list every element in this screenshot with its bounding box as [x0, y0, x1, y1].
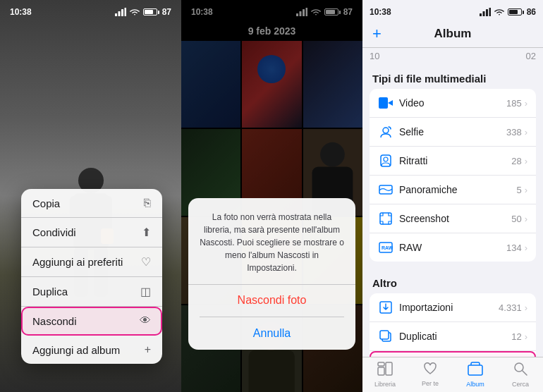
album-row-selfie[interactable]: Selfie 338 ›: [370, 118, 536, 147]
hide-photo-button[interactable]: Nascondi foto: [200, 284, 344, 317]
svg-text:RAW: RAW: [382, 245, 393, 250]
album-row-ritratti[interactable]: Ritratti 28 ›: [370, 147, 536, 176]
svg-rect-44: [468, 365, 482, 375]
time-1: 10:38: [10, 7, 32, 17]
album-name-ritratti: Ritratti: [399, 155, 511, 166]
heart-icon: ♡: [141, 255, 151, 269]
svg-point-45: [515, 363, 523, 372]
share-icon: ⬆: [142, 226, 151, 239]
svg-rect-43: [378, 362, 384, 366]
battery-icon-1: [143, 8, 159, 16]
menu-item-duplica[interactable]: Duplica ◫: [21, 277, 162, 307]
svg-point-31: [384, 157, 388, 161]
album-row-raw[interactable]: RAW RAW 134 ›: [370, 233, 536, 262]
cancel-button[interactable]: Annulla: [200, 317, 344, 350]
tab-cerca[interactable]: Cerca: [498, 362, 543, 388]
album-count-importazioni: 4.331: [499, 302, 522, 313]
svg-rect-23: [480, 13, 482, 16]
duplicates-icon: [378, 329, 393, 344]
dialog-message: La foto non verrà mostrata nella libreri…: [200, 211, 344, 274]
eye-icon: 👁: [140, 314, 151, 327]
hide-photo-dialog: La foto non verrà mostrata nella libreri…: [188, 198, 355, 350]
album-row-panoramiche[interactable]: Panoramiche 5 ›: [370, 176, 536, 204]
battery-icon-3: [508, 8, 524, 16]
signal-icon-1: [115, 8, 126, 16]
tab-label-cerca: Cerca: [512, 381, 529, 388]
album-list-altro: Importazioni 4.331 › Duplicati 12 ›: [370, 293, 536, 357]
album-count-raw: 134: [506, 243, 522, 253]
svg-rect-33: [380, 213, 391, 224]
svg-rect-9: [121, 9, 123, 16]
svg-rect-42: [386, 362, 392, 375]
album-row-screenshot[interactable]: Screenshot 50 ›: [370, 204, 536, 233]
menu-label-condividi: Condividi: [32, 226, 76, 238]
album-list-media-types: Video 185 › Selfie 338 ›: [370, 89, 536, 262]
status-icons-3: 86: [480, 7, 536, 17]
album-name-importazioni: Importazioni: [399, 302, 499, 313]
time-3: 10:38: [370, 7, 391, 17]
svg-rect-27: [379, 97, 388, 109]
top-count-row: 10 02: [362, 48, 543, 63]
tab-album[interactable]: Album: [453, 362, 498, 388]
tab-libreria[interactable]: Libreria: [362, 362, 408, 388]
album-name-raw: RAW: [399, 242, 506, 253]
svg-rect-8: [118, 11, 120, 16]
chevron-duplicati: ›: [525, 331, 527, 342]
battery-pct-1: 87: [162, 7, 171, 17]
menu-item-preferiti[interactable]: Aggiungi ai preferiti ♡: [21, 247, 162, 277]
albums-scroll[interactable]: 10 02 Tipi di file multimediali Video 18…: [362, 48, 543, 357]
status-icons-1: 87: [115, 7, 171, 17]
svg-rect-10: [124, 8, 126, 16]
status-bar-1: 10:38 87: [0, 0, 181, 20]
svg-rect-41: [378, 367, 384, 375]
menu-label-aggiungi: Aggiungi ad album: [32, 344, 120, 356]
svg-rect-38: [380, 331, 389, 339]
search-tab-icon: [513, 362, 527, 379]
portrait-icon: [378, 153, 393, 169]
count-left: 10: [370, 51, 379, 61]
screenshot-icon-album: [378, 211, 393, 226]
album-count-video: 185: [506, 98, 522, 109]
menu-label-duplica: Duplica: [32, 286, 68, 298]
albums-header: + Album: [362, 20, 543, 48]
per-te-icon: [423, 362, 437, 379]
menu-label-preferiti: Aggiungi ai preferiti: [32, 256, 123, 268]
section-header-media-types: Tipi di file multimediali: [362, 63, 543, 89]
wifi-icon-1: [129, 8, 140, 16]
svg-rect-7: [115, 13, 117, 16]
album-count-selfie: 338: [506, 127, 522, 137]
panorama-icon: [378, 182, 393, 197]
tab-per-te[interactable]: Per te: [408, 362, 453, 387]
menu-item-copia[interactable]: Copia ⎘: [21, 189, 162, 218]
album-count-screenshot: 50: [511, 214, 521, 224]
tab-label-album: Album: [466, 381, 484, 388]
album-name-screenshot: Screenshot: [399, 213, 511, 224]
menu-item-condividi[interactable]: Condividi ⬆: [21, 218, 162, 247]
album-row-nascosti[interactable]: Nascosti 🔒 ›: [370, 351, 536, 357]
battery-pct-3: 86: [527, 7, 536, 17]
albums-title: Album: [434, 27, 472, 41]
menu-item-nascondi[interactable]: Nascondi 👁: [21, 307, 162, 336]
album-row-video[interactable]: Video 185 ›: [370, 89, 536, 118]
menu-item-aggiungi-album[interactable]: Aggiungi ad album +: [21, 336, 162, 364]
menu-label-copia: Copia: [32, 197, 60, 209]
signal-icon-3: [480, 8, 491, 16]
album-count-panoramiche: 5: [516, 185, 521, 195]
count-right: 02: [526, 51, 536, 61]
chevron-importazioni: ›: [525, 302, 527, 313]
context-menu: Copia ⎘ Condividi ⬆ Aggiungi ai preferit…: [21, 189, 162, 364]
chevron-panoramiche: ›: [525, 185, 527, 195]
album-row-duplicati[interactable]: Duplicati 12 ›: [370, 322, 536, 351]
add-album-button[interactable]: +: [372, 25, 382, 43]
section-header-altro: Altro: [362, 267, 543, 293]
status-bar-3: 10:38 86: [362, 0, 543, 20]
chevron-video: ›: [525, 98, 527, 109]
menu-label-nascondi: Nascondi: [32, 315, 77, 327]
album-name-panoramiche: Panoramiche: [399, 184, 516, 195]
album-row-importazioni[interactable]: Importazioni 4.331 ›: [370, 293, 536, 322]
chevron-screenshot: ›: [525, 214, 527, 224]
svg-rect-26: [489, 8, 491, 16]
import-icon: [378, 300, 393, 315]
album-count-duplicati: 12: [511, 331, 521, 342]
chevron-selfie: ›: [525, 127, 527, 137]
